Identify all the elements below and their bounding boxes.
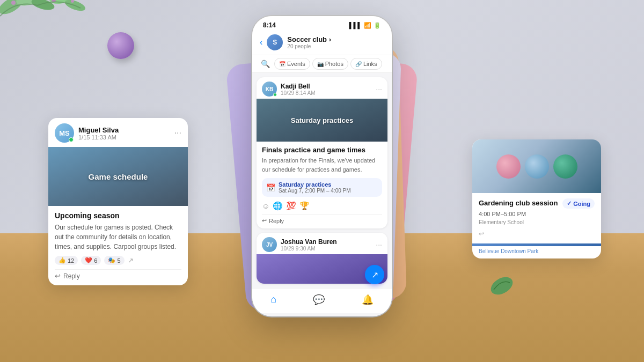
msg-desc-1: In preparation for the Finals, we've upd… (262, 156, 382, 174)
bell-icon: 🔔 (362, 294, 374, 306)
bottom-navigation: ⌂ 💬 🔔 (252, 288, 392, 313)
reply-label: Reply (63, 272, 80, 280)
left-post-card: MS Miguel Silva 1/15 11:33 AM ··· Game s… (48, 118, 188, 285)
group-info: Soccer club › 20 people (287, 35, 384, 49)
other-count: 5 (117, 257, 120, 264)
add-reaction-button[interactable]: ☺ (262, 202, 269, 210)
avatar: MS (55, 123, 74, 143)
reply-icon-1: ↩ (262, 217, 267, 224)
reaction-100: 💯 (286, 201, 296, 211)
group-people-count: 20 people (287, 43, 384, 49)
event-info: Saturday practices Sat Aug 7, 2:00 PM – … (279, 181, 351, 194)
circle-blue (525, 154, 549, 179)
nav-home[interactable]: ⌂ (270, 294, 276, 306)
msg-more-options-1[interactable]: ··· (376, 85, 382, 93)
photos-icon: 📷 (317, 61, 324, 67)
event-time: Sat Aug 7, 2:00 PM – 4:00 PM (279, 188, 351, 194)
event-pill[interactable]: 📅 Saturday practices Sat Aug 7, 2:00 PM … (262, 178, 382, 197)
msg-reactions-1: ☺ 🌐 💯 🏆 (262, 201, 382, 211)
post-title: Upcoming season (55, 211, 181, 220)
msg-username-1: Kadji Bell (281, 83, 316, 90)
msg-user-1: KB Kadji Bell 10/29 8:14 AM (262, 82, 316, 97)
reaction-heart[interactable]: ❤️ 6 (81, 256, 101, 265)
compose-fab-button[interactable]: ↗ (365, 265, 384, 284)
tab-events[interactable]: 📅 Events (274, 58, 310, 70)
going-label: Going (573, 201, 590, 207)
other-emoji: 🎭 (108, 257, 115, 264)
image-label: Game schedule (89, 172, 148, 181)
right-event-card: Gardening club session ✓ Going 4:00 PM–5… (472, 139, 601, 258)
reaction-globe: 🌐 (273, 201, 283, 211)
msg-header-1: KB Kadji Bell 10/29 8:14 AM ··· (257, 77, 387, 99)
reaction-thumbs[interactable]: 👍 12 (55, 256, 78, 265)
search-tab-button[interactable]: 🔍 (257, 57, 274, 70)
nav-chat[interactable]: 💬 (313, 294, 325, 306)
event-location1: Elementary School (479, 219, 595, 225)
event-card-title: Gardening club session (479, 199, 558, 207)
reaction-trophy: 🏆 (299, 201, 310, 211)
reply-label-1: Reply (269, 218, 284, 224)
chat-icon: 💬 (313, 294, 325, 306)
event-going-row: Gardening club session ✓ Going (479, 198, 595, 209)
reactions-row: 👍 12 ❤️ 6 🎭 5 ↗ (55, 256, 181, 265)
msg-avatar-1: KB (262, 82, 277, 97)
phone-screen: 8:14 ▌▌▌ 📶 🔋 ‹ S Soccer club › 20 people… (252, 16, 392, 316)
phone-mockup: 8:14 ▌▌▌ 📶 🔋 ‹ S Soccer club › 20 people… (252, 16, 392, 316)
status-time: 8:14 (263, 21, 276, 29)
status-bar: 8:14 ▌▌▌ 📶 🔋 (252, 16, 392, 31)
signal-icon: ▌▌▌ (349, 22, 362, 28)
reaction-other[interactable]: 🎭 5 (104, 256, 124, 265)
nav-notifications[interactable]: 🔔 (362, 294, 374, 306)
tab-links[interactable]: 🔗 Links (350, 58, 382, 70)
more-options-button[interactable]: ··· (174, 128, 181, 138)
message-card-1: KB Kadji Bell 10/29 8:14 AM ··· Saturday… (257, 77, 387, 228)
event-location2: Bellevue Downtown Park (472, 246, 601, 258)
thumbs-emoji: 👍 (58, 257, 66, 264)
event-name: Saturday practices (279, 181, 351, 188)
phone-tabs: 🔍 📅 Events 📷 Photos 🔗 Links (252, 55, 392, 73)
msg-avatar-2: JV (262, 237, 277, 252)
leaf-decoration (486, 271, 518, 298)
share-small-icon: ↩ (479, 230, 484, 238)
links-label: Links (363, 61, 377, 67)
card-body: Upcoming season Our schedule for games i… (48, 206, 188, 285)
event-calendar-icon: 📅 (266, 183, 275, 192)
group-name: Soccer club › (287, 35, 384, 43)
plant-decoration (0, 0, 91, 54)
events-label: Events (287, 61, 305, 67)
msg-online-1 (273, 93, 277, 97)
circle-pink (496, 154, 521, 179)
msg-banner-text-1: Saturday practices (291, 116, 353, 124)
phone-nav-bar: ‹ S Soccer club › 20 people (252, 31, 392, 55)
msg-title-1: Finals practice and game times (262, 146, 382, 154)
group-chevron: › (329, 35, 331, 43)
phone-content: KB Kadji Bell 10/29 8:14 AM ··· Saturday… (252, 73, 392, 288)
events-icon: 📅 (279, 61, 286, 67)
battery-icon: 🔋 (374, 22, 381, 29)
msg-user-details-1: Kadji Bell 10/29 8:14 AM (281, 83, 316, 96)
decorative-ball (107, 32, 134, 59)
card-header: MS Miguel Silva 1/15 11:33 AM ··· (48, 118, 188, 147)
msg-banner-1: Saturday practices (257, 99, 387, 142)
svg-point-4 (63, 0, 86, 13)
heart-count: 6 (94, 257, 97, 264)
msg-body-1: Finals practice and game times In prepar… (257, 142, 387, 228)
msg-user-details-2: Joshua Van Buren 10/29 9:30 AM (281, 238, 337, 252)
post-image: Game schedule (48, 147, 188, 206)
reply-arrow-icon: ↩ (55, 272, 61, 280)
back-button[interactable]: ‹ (260, 38, 262, 47)
online-indicator (69, 137, 74, 142)
reply-button[interactable]: ↩ Reply (55, 269, 181, 280)
going-badge[interactable]: ✓ Going (562, 198, 595, 209)
links-icon: 🔗 (355, 61, 362, 67)
circle-teal (553, 154, 577, 179)
msg-reply-button-1[interactable]: ↩ Reply (262, 214, 382, 224)
status-icons: ▌▌▌ 📶 🔋 (349, 22, 381, 29)
msg-header-2: JV Joshua Van Buren 10/29 9:30 AM ··· (257, 233, 387, 254)
msg-more-options-2[interactable]: ··· (376, 240, 382, 249)
heart-emoji: ❤️ (85, 257, 92, 264)
tab-photos[interactable]: 📷 Photos (312, 58, 348, 70)
wifi-icon: 📶 (364, 22, 371, 29)
share-icon: ↗ (128, 256, 134, 264)
svg-point-9 (488, 274, 516, 298)
